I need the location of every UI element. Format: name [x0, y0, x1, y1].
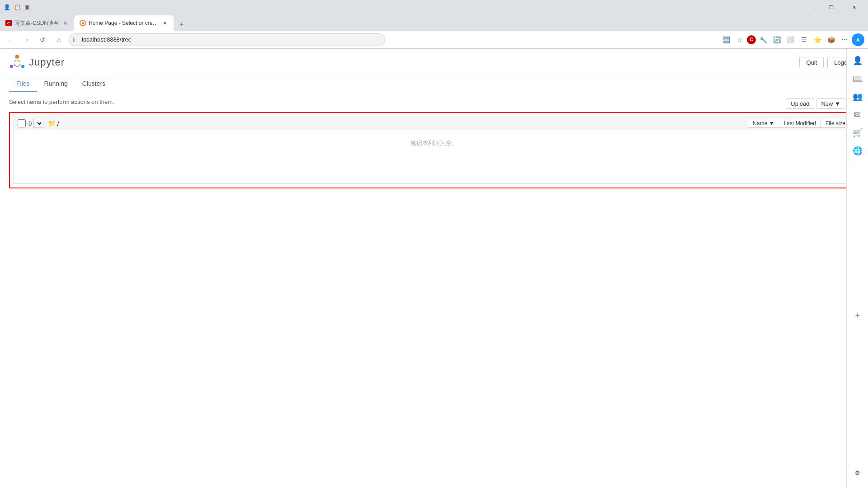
tabs-icon[interactable]: ▣	[24, 4, 29, 10]
sidebar-btn-profile[interactable]: 👤	[849, 52, 866, 69]
tab-csdn[interactable]: C 写文章-CSDN博客 ✕	[0, 15, 74, 31]
folder-icon: 📁	[48, 120, 56, 127]
tab-clusters[interactable]: Clusters	[75, 76, 113, 92]
home-button[interactable]: ⌂	[52, 33, 65, 46]
favorites-icon[interactable]: ☆	[733, 33, 746, 46]
empty-message: 笔记本列表为空。	[14, 130, 854, 156]
maximize-button[interactable]: ❐	[821, 0, 842, 14]
url-bar[interactable]: ℹ localhost:8888/tree	[69, 33, 385, 46]
sort-last-modified-button[interactable]: Last Modified	[779, 119, 821, 128]
more-icon[interactable]: ⋯	[838, 33, 851, 46]
new-button-arrow: ▼	[835, 100, 840, 107]
select-all-checkbox[interactable]	[18, 119, 26, 127]
close-button[interactable]: ✕	[844, 0, 864, 14]
sort-name-label: Name	[753, 120, 767, 127]
tab-jupyter-title: Home Page - Select or create a n	[89, 20, 158, 26]
forward-button[interactable]: →	[20, 33, 33, 46]
svg-point-0	[15, 55, 19, 59]
svg-point-1	[10, 65, 13, 68]
sort-buttons: Name ▼ Last Modified File size	[748, 119, 850, 128]
new-button-label: New	[821, 100, 833, 107]
sidebar-btn-account[interactable]: 👥	[849, 89, 866, 105]
jupyter-logo-icon	[9, 54, 25, 70]
tab-bar: C 写文章-CSDN博客 ✕ Home Page - Select or cre…	[0, 14, 868, 31]
sidebar-btn-add[interactable]: ＋	[849, 307, 866, 323]
bulk-actions-dropdown[interactable]	[33, 119, 43, 128]
sort-name-arrow: ▼	[769, 120, 774, 127]
tab-jupyter-close[interactable]: ✕	[161, 19, 168, 27]
svg-point-2	[21, 65, 24, 68]
jupyter-header: Jupyter Quit Logout	[0, 49, 868, 76]
minimize-button[interactable]: —	[798, 0, 819, 14]
sidebar-toggle-icon[interactable]: ☰	[797, 33, 810, 46]
browser-actions: 🔤 ☆ C 🔧 🔄 ⬜ ☰ ⭐ 📦 ⋯ A	[720, 33, 864, 46]
jupyter-favicon	[80, 20, 86, 26]
quit-button[interactable]: Quit	[799, 57, 824, 68]
red-border-container: 0 📁 / Name ▼ Last Modified Fi	[9, 112, 859, 188]
sidebar-btn-read[interactable]: 📖	[849, 70, 866, 87]
collections-icon[interactable]: 🔧	[757, 33, 769, 46]
split-icon[interactable]: ⬜	[784, 33, 797, 46]
sidebar-btn-shopping[interactable]: 🛒	[849, 125, 866, 141]
jupyter-content: Select items to perform actions on them.…	[0, 92, 868, 194]
current-path: 📁 /	[48, 120, 59, 127]
translate-icon[interactable]: 🔤	[720, 33, 732, 46]
extension-icon[interactable]: C	[747, 35, 756, 44]
url-text: localhost:8888/tree	[82, 36, 132, 43]
path-text: /	[57, 120, 59, 127]
history-icon[interactable]: 📋	[14, 4, 21, 10]
jupyter-logo-text: Jupyter	[29, 56, 65, 68]
collections-btn-icon[interactable]: 📦	[825, 33, 837, 46]
select-info-text: Select items to perform actions on them.	[9, 99, 114, 105]
upload-button[interactable]: Upload	[786, 99, 814, 109]
tab-csdn-close[interactable]: ✕	[61, 19, 69, 27]
tab-jupyter[interactable]: Home Page - Select or create a n ✕	[74, 15, 174, 31]
sidebar-btn-browser[interactable]: 🌐	[849, 143, 866, 159]
file-list-body: 笔记本列表为空。	[14, 130, 854, 184]
back-button[interactable]: ←	[4, 33, 16, 46]
jupyter-page: Jupyter Quit Logout Files Running Cluste…	[0, 49, 868, 488]
title-bar: 👤 📋 ▣ — ❐ ✕	[0, 0, 868, 14]
tab-running[interactable]: Running	[37, 76, 75, 92]
edge-sidebar: 👤 📖 👥 ✉ 🛒 🌐 ＋ ⚙	[846, 49, 868, 488]
tab-files[interactable]: Files	[9, 76, 37, 92]
profile-icon[interactable]: 👤	[4, 4, 10, 10]
sort-name-button[interactable]: Name ▼	[748, 119, 779, 128]
address-bar: ← → ↺ ⌂ ℹ localhost:8888/tree 🔤 ☆ C 🔧 🔄 …	[0, 31, 868, 49]
tab-csdn-title: 写文章-CSDN博客	[14, 19, 59, 27]
jupyter-logo: Jupyter	[9, 54, 65, 70]
sidebar-btn-settings[interactable]: ⚙	[849, 465, 866, 481]
csdn-favicon: C	[5, 20, 12, 26]
favorites-bar-icon[interactable]: ⭐	[811, 33, 824, 46]
jupyter-tabs: Files Running Clusters	[0, 76, 868, 92]
sidebar-btn-outlook[interactable]: ✉	[849, 107, 866, 123]
sidebar-divider	[852, 163, 863, 163]
profile-action-icon[interactable]: A	[852, 33, 864, 46]
jupyter-main: Jupyter Quit Logout Files Running Cluste…	[0, 49, 868, 488]
info-icon: ℹ	[73, 37, 75, 43]
file-list-header-row: 0 📁 / Name ▼ Last Modified Fi	[14, 117, 854, 130]
sync-icon[interactable]: 🔄	[770, 33, 783, 46]
refresh-button[interactable]: ↺	[36, 33, 49, 46]
new-tab-button[interactable]: +	[175, 18, 188, 31]
file-count: 0	[28, 120, 32, 127]
new-button[interactable]: New ▼	[816, 99, 845, 109]
